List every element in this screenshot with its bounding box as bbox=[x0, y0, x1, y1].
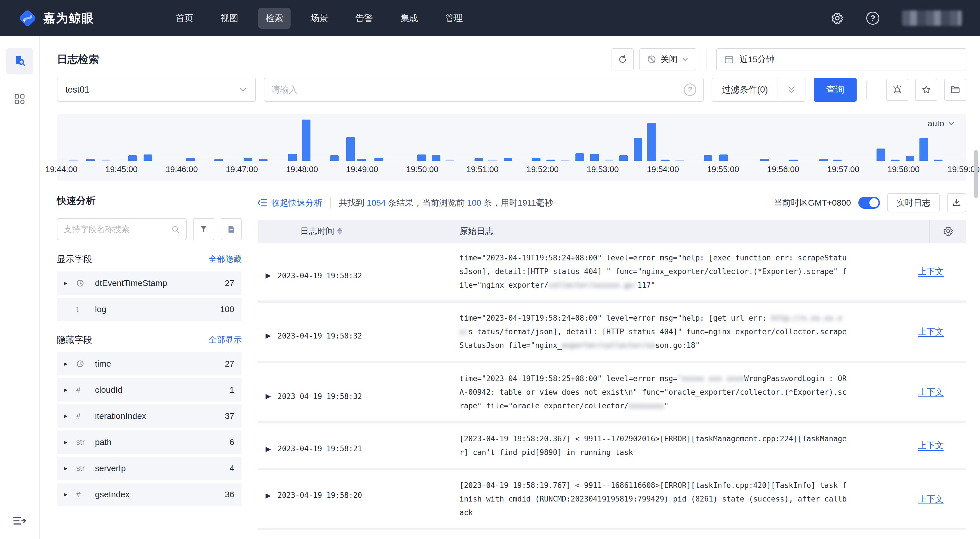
field-filter-button[interactable] bbox=[193, 218, 214, 240]
realtime-log-button[interactable]: 实时日志 bbox=[887, 193, 940, 212]
field-row[interactable]: ▸ time 27 bbox=[57, 352, 242, 376]
histogram-bar[interactable] bbox=[432, 155, 441, 161]
field-row[interactable]: t log 100 bbox=[57, 298, 242, 321]
row-expand-caret[interactable]: ▶ bbox=[258, 251, 277, 292]
histogram-bar[interactable] bbox=[143, 154, 152, 161]
field-search-input[interactable] bbox=[64, 225, 171, 234]
histogram-bar[interactable] bbox=[920, 138, 928, 161]
histogram-bar[interactable] bbox=[906, 156, 914, 161]
context-link[interactable]: 上下文 bbox=[918, 266, 943, 277]
query-input[interactable] bbox=[271, 85, 684, 95]
field-row[interactable]: ▸ # iterationIndex 37 bbox=[57, 404, 242, 428]
histogram-bar[interactable] bbox=[704, 155, 712, 161]
histogram-bar[interactable] bbox=[346, 137, 355, 161]
timezone-toggle[interactable] bbox=[858, 197, 880, 209]
field-type-icon: # bbox=[76, 490, 95, 499]
saved-searches-button[interactable] bbox=[944, 79, 966, 101]
nav-item[interactable]: 管理 bbox=[438, 8, 470, 29]
row-expand-caret[interactable]: ▶ bbox=[258, 372, 277, 413]
alarm-strategy-button[interactable] bbox=[886, 79, 908, 101]
nav-item[interactable]: 场景 bbox=[303, 8, 336, 29]
filter-expand-button[interactable] bbox=[778, 78, 805, 101]
field-row[interactable]: ▸ str serverIp 4 bbox=[57, 457, 242, 480]
column-settings-button[interactable] bbox=[929, 220, 966, 242]
search-button[interactable]: 查询 bbox=[814, 78, 857, 101]
histogram-bar[interactable] bbox=[330, 155, 339, 161]
auto-refresh-select[interactable]: 关闭 bbox=[640, 48, 696, 70]
hide-all-link[interactable]: 全部隐藏 bbox=[209, 254, 242, 265]
nav-item[interactable]: 检索 bbox=[258, 8, 291, 29]
time-range-picker[interactable]: 7 近15分钟 bbox=[716, 48, 966, 70]
nav-item[interactable]: 告警 bbox=[348, 8, 380, 29]
x-axis-tick-label: 19:53:00 bbox=[587, 165, 619, 174]
row-expand-caret[interactable]: ▶ bbox=[258, 311, 277, 352]
rail-collapse-button[interactable] bbox=[0, 515, 39, 526]
field-row[interactable]: ▸ dtEventTimeStamp 27 bbox=[57, 271, 242, 295]
nav-item[interactable]: 首页 bbox=[168, 8, 201, 29]
nav-item[interactable]: 视图 bbox=[213, 8, 246, 29]
result-stats: 共找到1054条结果，当前浏览前100条，用时1911毫秒 bbox=[339, 197, 553, 209]
histogram-bar[interactable] bbox=[532, 158, 541, 161]
help-icon[interactable]: ? bbox=[866, 12, 879, 25]
histogram-bar[interactable] bbox=[504, 158, 512, 161]
expand-caret-icon[interactable]: ▸ bbox=[64, 491, 76, 498]
context-link[interactable]: 上下文 bbox=[918, 326, 943, 338]
refresh-icon bbox=[617, 54, 628, 65]
row-raw-log: time="2023-04-19T19:58:24+08:00" level=e… bbox=[460, 311, 918, 352]
collapse-quick-analysis-link[interactable]: 收起快速分析 bbox=[258, 197, 322, 209]
histogram-bar[interactable] bbox=[374, 158, 383, 161]
histogram-bar[interactable] bbox=[648, 123, 656, 161]
index-set-select[interactable]: test01 bbox=[57, 78, 256, 101]
expand-caret-icon[interactable]: ▸ bbox=[64, 412, 76, 420]
expand-caret-icon[interactable]: ▸ bbox=[64, 464, 76, 472]
table-row: ▶ 2023-04-19 19:58:20 [2023-04-19 19:58:… bbox=[258, 470, 966, 530]
nav-item[interactable]: 集成 bbox=[393, 8, 425, 29]
row-expand-caret[interactable]: ▶ bbox=[258, 479, 277, 519]
field-row[interactable]: ▸ str path 6 bbox=[57, 431, 242, 454]
histogram-bar[interactable] bbox=[619, 155, 628, 161]
rail-item-dashboard[interactable] bbox=[6, 86, 33, 113]
histogram-bar[interactable] bbox=[719, 154, 728, 161]
context-link[interactable]: 上下文 bbox=[918, 386, 943, 398]
field-name: serverIp bbox=[95, 463, 126, 473]
histogram-bar[interactable] bbox=[474, 158, 483, 161]
histogram-bar[interactable] bbox=[302, 120, 310, 161]
field-row[interactable]: ▸ # gseIndex 36 bbox=[57, 483, 242, 506]
refresh-button[interactable] bbox=[611, 48, 634, 70]
vertical-scrollbar-thumb[interactable] bbox=[974, 150, 978, 198]
histogram-bar[interactable] bbox=[243, 158, 252, 161]
expand-caret-icon[interactable]: ▸ bbox=[64, 279, 76, 287]
settings-gear-icon[interactable] bbox=[831, 12, 843, 24]
row-expand-caret[interactable]: ▶ bbox=[258, 432, 277, 459]
expand-caret-icon[interactable]: ▸ bbox=[64, 386, 76, 393]
histogram-bar[interactable] bbox=[590, 154, 599, 161]
field-row[interactable]: ▸ # cloudId 1 bbox=[57, 378, 242, 401]
context-link[interactable]: 上下文 bbox=[918, 493, 943, 505]
histogram-bar[interactable] bbox=[760, 159, 769, 161]
favorite-button[interactable] bbox=[915, 79, 937, 101]
histogram-bar[interactable] bbox=[634, 138, 642, 161]
context-link[interactable]: 上下文 bbox=[918, 440, 943, 451]
sort-icon[interactable] bbox=[337, 227, 342, 235]
query-help-icon[interactable]: ? bbox=[684, 84, 696, 96]
histogram-bar[interactable] bbox=[128, 155, 137, 161]
user-account-blurred[interactable] bbox=[902, 11, 962, 26]
collapse-panel-icon bbox=[258, 198, 267, 207]
column-header-time[interactable]: 日志时间 bbox=[258, 225, 460, 237]
rail-item-log-search[interactable] bbox=[6, 48, 33, 75]
histogram-bar[interactable] bbox=[186, 158, 195, 161]
filter-conditions-button[interactable]: 过滤条件(0) bbox=[712, 78, 805, 101]
histogram-bar[interactable] bbox=[877, 149, 885, 161]
show-all-link[interactable]: 全部显示 bbox=[209, 334, 242, 346]
expand-caret-icon[interactable]: ▸ bbox=[64, 439, 76, 446]
histogram-bar[interactable] bbox=[576, 153, 584, 161]
histogram-bar[interactable] bbox=[357, 159, 366, 161]
field-doc-button[interactable] bbox=[221, 218, 242, 240]
histogram-plot[interactable] bbox=[57, 114, 966, 161]
histogram-bar[interactable] bbox=[288, 154, 297, 161]
expand-caret-icon[interactable]: ▸ bbox=[64, 360, 76, 368]
download-button[interactable] bbox=[947, 193, 966, 212]
histogram-bar[interactable] bbox=[417, 154, 426, 161]
x-axis-line bbox=[61, 161, 963, 161]
filter-conditions-label: 过滤条件(0) bbox=[712, 84, 778, 96]
